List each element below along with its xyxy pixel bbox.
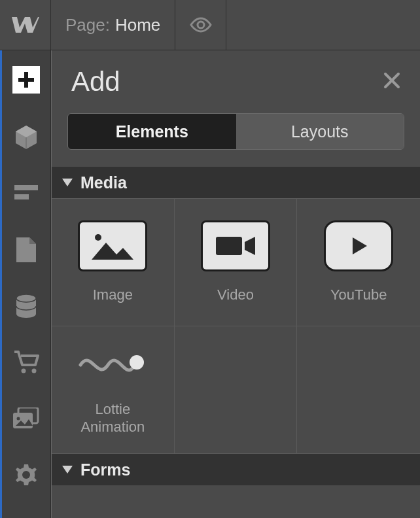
sidebar-ecommerce[interactable] [2,334,50,390]
svg-point-15 [130,355,144,370]
webflow-logo-icon [12,16,39,34]
media-grid: Image Video YouTube [52,198,420,454]
webflow-logo[interactable] [0,0,51,50]
image-icon [86,228,139,264]
svg-rect-2 [18,78,34,82]
plus-icon [17,71,35,89]
empty-cell-1 [175,326,298,454]
caret-down-icon [62,179,73,186]
tab-layouts[interactable]: Layouts [236,114,404,149]
sidebar-settings[interactable] [2,447,50,503]
eye-icon [190,17,212,33]
preview-button[interactable] [175,0,226,50]
element-youtube-label: YouTube [330,286,387,304]
tab-layouts-label: Layouts [291,122,349,141]
video-thumb [201,220,270,271]
page-icon [16,237,36,262]
box-icon [14,124,38,150]
sidebar-pages[interactable] [2,222,50,278]
page-label: Page: [65,15,110,35]
lottie-thumb [78,344,147,386]
left-sidebar [0,50,51,518]
page-name: Home [115,15,160,35]
element-lottie[interactable]: Lottie Animation [52,326,175,454]
add-panel: Add Elements Layouts Media [51,50,420,518]
sidebar-cms[interactable] [2,278,50,334]
assets-icon [13,407,39,430]
cart-icon [13,351,39,374]
section-media-header[interactable]: Media [52,167,420,198]
close-button[interactable] [383,72,400,92]
sidebar-assets[interactable] [2,390,50,447]
youtube-thumb [324,220,393,271]
gear-icon [14,463,38,487]
main: Add Elements Layouts Media [0,50,420,518]
section-forms-header[interactable]: Forms [52,454,420,485]
sidebar-navigator[interactable] [2,109,50,165]
panel-header: Add [52,50,420,113]
svg-rect-3 [14,185,38,190]
page-selector[interactable]: Page: Home [51,0,175,50]
video-icon [212,232,259,260]
svg-point-12 [22,471,30,479]
tab-elements[interactable]: Elements [68,114,236,149]
svg-point-11 [17,417,20,421]
image-thumb [78,220,147,271]
database-icon [15,294,37,319]
empty-cell-2 [297,326,420,454]
layout-icon [14,185,38,202]
svg-rect-4 [14,194,29,199]
element-youtube[interactable]: YouTube [297,199,420,326]
element-image-label: Image [93,286,133,304]
panel-tabs: Elements Layouts [67,113,404,150]
lottie-icon [78,347,147,383]
section-forms-title: Forms [80,460,130,479]
panel-title: Add [71,66,120,97]
element-image[interactable]: Image [52,199,175,326]
svg-point-7 [22,369,26,373]
svg-point-8 [32,369,37,373]
sidebar-style[interactable] [2,165,50,222]
tab-elements-label: Elements [116,122,188,141]
element-lottie-label: Lottie Animation [80,400,145,436]
sidebar-add[interactable] [2,50,50,109]
add-button [12,66,40,94]
svg-point-13 [95,234,101,241]
element-video[interactable]: Video [175,199,298,326]
section-media-title: Media [80,173,127,192]
topbar: Page: Home [0,0,420,50]
svg-point-0 [198,22,204,28]
play-icon [347,235,370,257]
svg-rect-9 [13,413,33,428]
caret-down-icon [62,466,73,474]
svg-rect-14 [216,237,242,255]
close-icon [383,72,400,89]
element-video-label: Video [217,286,254,304]
